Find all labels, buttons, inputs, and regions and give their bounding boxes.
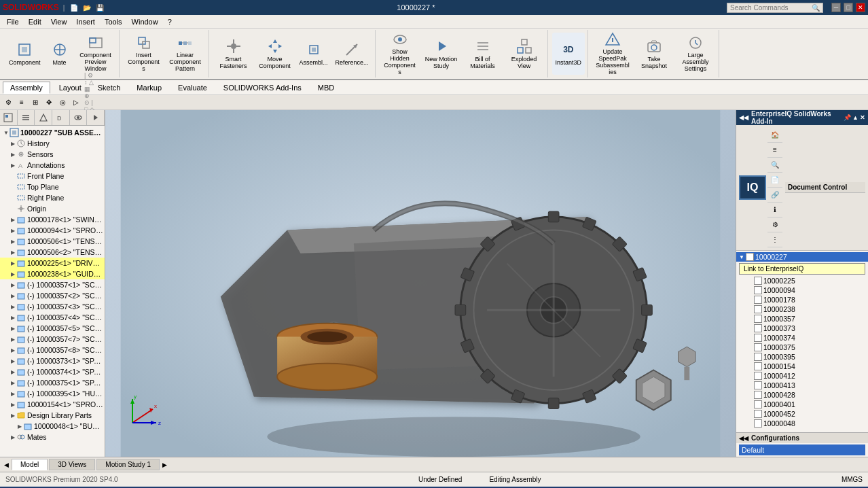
expand-icon[interactable]: ▶ — [10, 227, 16, 234]
tree-item-front-plane[interactable]: Front Plane — [0, 171, 105, 181]
mate-button[interactable]: Mate — [45, 33, 75, 75]
eq-cb[interactable] — [754, 400, 762, 408]
tree-item-screw-4[interactable]: ▶ (-) 10000357<4> "SCREW, — [0, 312, 105, 323]
tree-tab-feature[interactable] — [0, 110, 18, 125]
minimize-button[interactable]: ─ — [831, 3, 841, 12]
tree-item-origin[interactable]: Origin — [0, 203, 105, 214]
eq-item-root[interactable]: ▼ 10000227 — [736, 252, 868, 262]
new-motion-button[interactable]: New Motion Study — [421, 33, 462, 75]
instant3d-button[interactable]: 3D Instant3D — [552, 33, 585, 75]
tree-tab-configuration[interactable] — [35, 110, 52, 125]
bottom-tab-3dviews[interactable]: 3D Views — [49, 459, 95, 470]
eq-cb[interactable] — [754, 334, 762, 342]
tree-item-design-library[interactable]: ▶ Design Library Parts — [0, 410, 105, 421]
tree-tab-display[interactable] — [70, 110, 88, 125]
tree-item-part-3[interactable]: ▶ 10000506<1> "TENSIONER — [0, 236, 105, 247]
tree-item-hub[interactable]: ▶ (-) 10000395<1> "HUB, LS DR — [0, 388, 105, 399]
expand-icon[interactable]: ▶ — [10, 347, 16, 353]
tab-sketch[interactable]: Sketch — [90, 82, 128, 94]
cmd-icon-3[interactable]: ⊞ — [30, 97, 41, 108]
tab-solidworks-addins[interactable]: SOLIDWORKS Add-Ins — [216, 82, 309, 94]
tab-assembly[interactable]: Assembly — [3, 82, 50, 94]
expand-icon[interactable]: ▶ — [10, 390, 16, 397]
expand-icon[interactable]: ▶ — [10, 292, 16, 299]
show-hidden-button[interactable]: Show Hidden Components — [380, 33, 420, 75]
preview-window-button[interactable]: Component Preview Window — [75, 33, 116, 75]
smart-fasteners-button[interactable]: Smart Fasteners — [213, 33, 254, 75]
expand-icon[interactable]: ▶ — [10, 281, 16, 288]
new-icon[interactable]: 📄 — [70, 4, 78, 12]
eq-cb[interactable] — [754, 381, 762, 389]
eq-cb[interactable] — [754, 353, 762, 361]
close-panel-icon[interactable]: ✕ — [860, 114, 865, 121]
expand-icon[interactable]: ▶ — [10, 336, 16, 343]
menu-edit[interactable]: Edit — [24, 16, 46, 27]
expand-icon[interactable]: ▶ — [10, 379, 16, 386]
eq-cb[interactable] — [754, 286, 762, 294]
right-icon-search[interactable]: 🔍 — [767, 158, 782, 173]
eq-item-10000412[interactable]: 10000412 — [736, 371, 868, 381]
eq-cb[interactable] — [754, 305, 762, 313]
pin-icon[interactable]: 📌 — [844, 114, 851, 121]
linear-pattern-button[interactable]: Linear Component Pattern — [165, 33, 206, 75]
maximize-button[interactable]: □ — [844, 3, 853, 12]
eq-cb[interactable] — [754, 372, 762, 380]
expand-icon[interactable]: ▼ — [3, 129, 10, 136]
tab-mbd[interactable]: MBD — [310, 82, 342, 94]
right-icon-list[interactable]: ≡ — [767, 143, 782, 158]
bottom-tab-motion[interactable]: Motion Study 1 — [96, 459, 160, 470]
scroll-right-icon[interactable]: ▶ — [161, 461, 168, 468]
eq-checkbox-root[interactable] — [746, 253, 754, 261]
scroll-left-icon[interactable]: ◀ — [3, 461, 10, 468]
eq-item-10000374[interactable]: 10000374 — [736, 333, 868, 343]
expand-icon[interactable]: ▶ — [10, 412, 16, 419]
bottom-tab-model[interactable]: Model — [12, 459, 48, 470]
expand-icon[interactable]: ▶ — [10, 140, 16, 147]
expand-icon[interactable]: ▶ — [10, 358, 16, 364]
configs-collapse-icon[interactable]: ◀◀ — [739, 435, 748, 442]
right-icon-doc[interactable]: 📄 — [767, 173, 782, 188]
search-icon[interactable]: 🔍 — [812, 4, 820, 12]
menu-insert[interactable]: Insert — [72, 16, 99, 27]
cmd-icon-1[interactable]: ⚙ — [3, 97, 14, 108]
search-bar[interactable]: 🔍 — [727, 3, 823, 13]
tree-item-root[interactable]: ▼ 10000227 "SUB ASSEMBLY, LH — [0, 127, 105, 138]
eq-item-10000357[interactable]: 10000357 — [736, 314, 868, 324]
large-assembly-button[interactable]: Large Assembly Settings — [675, 33, 716, 75]
eq-cb[interactable] — [754, 391, 762, 399]
menu-tools[interactable]: Tools — [101, 16, 126, 27]
expand-icon[interactable]: ▶ — [16, 423, 23, 430]
cmd-icon-6[interactable]: ▷ — [71, 97, 82, 108]
tree-item-screw-3[interactable]: ▶ (-) 10000357<3> "SCREW, — [0, 301, 105, 312]
search-input[interactable] — [730, 4, 812, 12]
eq-item-10000048[interactable]: 10000048 — [736, 419, 868, 428]
tree-item-part-1[interactable]: ▶ 10000178<1> "SWING ARM — [0, 214, 105, 225]
tree-item-right-plane[interactable]: Right Plane — [0, 192, 105, 203]
link-to-enterpriseiq-tooltip[interactable]: Link to EnterpriseIQ — [739, 263, 865, 275]
right-icon-link[interactable]: 🔗 — [767, 188, 782, 203]
expand-icon[interactable]: ▶ — [10, 303, 16, 310]
expand-icon[interactable]: ▶ — [10, 325, 16, 332]
expand-icon[interactable]: ▶ — [10, 314, 16, 321]
cmd-icon-4[interactable]: ✥ — [43, 97, 54, 108]
eq-item-10000238[interactable]: 10000238 — [736, 304, 868, 314]
tab-markup[interactable]: Markup — [129, 82, 169, 94]
tree-item-part-5[interactable]: ▶ 10000225<1> "DRIVE SPRC — [0, 258, 105, 268]
cmd-icon-2[interactable]: ≡ — [16, 97, 27, 108]
eq-item-10000452[interactable]: 10000452 — [736, 409, 868, 419]
expand-icon[interactable]: ▶ — [10, 249, 16, 256]
tree-item-screw-5[interactable]: ▶ (-) 10000357<5> "SCREW, — [0, 323, 105, 334]
right-icon-settings[interactable]: ⚙ — [767, 217, 782, 232]
eq-cb[interactable] — [754, 315, 762, 323]
eq-item-10000428[interactable]: 10000428 — [736, 390, 868, 400]
expand-panel-icon[interactable]: ▲ — [852, 114, 858, 121]
tree-item-annotations[interactable]: ▶ A Annotations — [0, 160, 105, 171]
tree-item-sensors[interactable]: ▶ Sensors — [0, 149, 105, 160]
tree-item-screw-7[interactable]: ▶ (-) 10000357<7> "SCREW, — [0, 334, 105, 345]
tree-item-part-6[interactable]: ▶ 10000238<1> "GUIDE, DRI" — [0, 268, 105, 279]
eq-item-10000225[interactable]: 10000225 — [736, 276, 868, 285]
open-icon[interactable]: 📂 — [83, 4, 91, 12]
eq-item-10000395[interactable]: 10000395 — [736, 352, 868, 362]
expand-icon[interactable]: ▶ — [10, 216, 16, 223]
collapse-icon[interactable]: ◀◀ — [739, 114, 748, 121]
